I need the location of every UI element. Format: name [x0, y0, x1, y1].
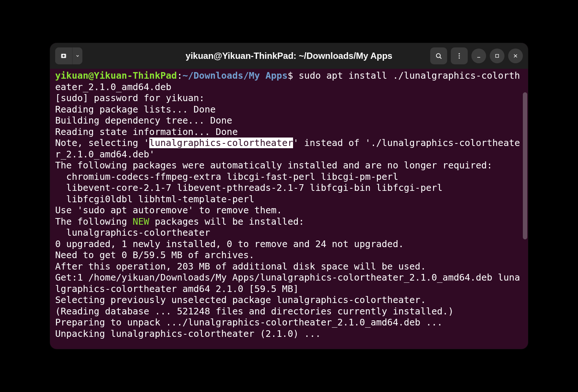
prompt-sep: : [177, 70, 182, 81]
output-line: After this operation, 203 MB of addition… [55, 261, 426, 272]
chevron-down-icon [75, 54, 80, 58]
output-line: lunalgraphics-colortheater [55, 227, 210, 238]
output-highlight: lunalgraphics-colortheater [149, 138, 293, 148]
svg-point-5 [459, 53, 460, 54]
kebab-icon [456, 52, 463, 60]
minimize-icon [476, 53, 482, 59]
output-line: [sudo] password for yikuan: [55, 93, 210, 103]
output-line: Get:1 /home/yikuan/Downloads/My Apps/lun… [55, 272, 520, 294]
terminal-output[interactable]: yikuan@Yikuan-ThinkPad:~/Downloads/My Ap… [50, 69, 528, 349]
new-tab-button[interactable] [55, 47, 72, 64]
svg-point-7 [459, 57, 460, 58]
menu-button[interactable] [451, 47, 468, 64]
new-tab-dropdown-button[interactable] [72, 47, 82, 64]
output-line: chromium-codecs-ffmpeg-extra libcgi-fast… [55, 171, 398, 182]
search-icon [435, 52, 442, 60]
output-line: The following packages were automaticall… [55, 160, 492, 171]
maximize-icon [495, 53, 500, 58]
output-line: packages will be installed: [149, 216, 304, 227]
svg-point-6 [459, 55, 460, 56]
output-line: Use 'sudo apt autoremove' to remove them… [55, 205, 282, 215]
output-new-label: NEW [133, 216, 149, 227]
scrollbar-thumb[interactable] [523, 92, 527, 239]
titlebar-right [430, 47, 523, 64]
output-line: Unpacking lunalgraphics-colortheater (2.… [55, 328, 321, 339]
new-tab-icon [60, 52, 67, 60]
prompt-path: ~/Downloads/My Apps [182, 70, 288, 81]
titlebar: yikuan@Yikuan-ThinkPad: ~/Downloads/My A… [50, 43, 528, 69]
new-tab-group [55, 47, 82, 64]
output-line: (Reading database ... 521248 files and d… [55, 306, 454, 317]
output-line: Reading state information... Done [55, 126, 238, 137]
output-line: Building dependency tree... Done [55, 115, 232, 126]
output-line: libevent-core-2.1-7 libevent-pthreads-2.… [55, 182, 443, 193]
svg-rect-9 [496, 54, 499, 57]
output-line: Note, selecting ' [55, 138, 149, 148]
minimize-button[interactable] [471, 49, 486, 63]
output-line: libfcgi0ldbl libhtml-template-perl [55, 194, 254, 204]
output-line: Preparing to unpack .../lunalgraphics-co… [55, 317, 443, 328]
maximize-button[interactable] [490, 49, 504, 63]
output-line: Selecting previously unselected package … [55, 295, 426, 305]
terminal-window: yikuan@Yikuan-ThinkPad: ~/Downloads/My A… [50, 43, 528, 349]
output-line: Reading package lists... Done [55, 104, 216, 115]
close-button[interactable] [508, 49, 523, 63]
titlebar-left [55, 47, 82, 64]
prompt-user-host: yikuan@Yikuan-ThinkPad [55, 70, 177, 81]
svg-point-3 [436, 54, 440, 58]
search-button[interactable] [430, 47, 447, 64]
prompt-dollar: $ [288, 70, 299, 81]
close-icon [513, 53, 518, 59]
output-line: Need to get 0 B/59.5 MB of archives. [55, 250, 254, 260]
svg-line-4 [440, 57, 442, 59]
output-line: 0 upgraded, 1 newly installed, 0 to remo… [55, 239, 404, 249]
output-line: The following [55, 216, 133, 227]
